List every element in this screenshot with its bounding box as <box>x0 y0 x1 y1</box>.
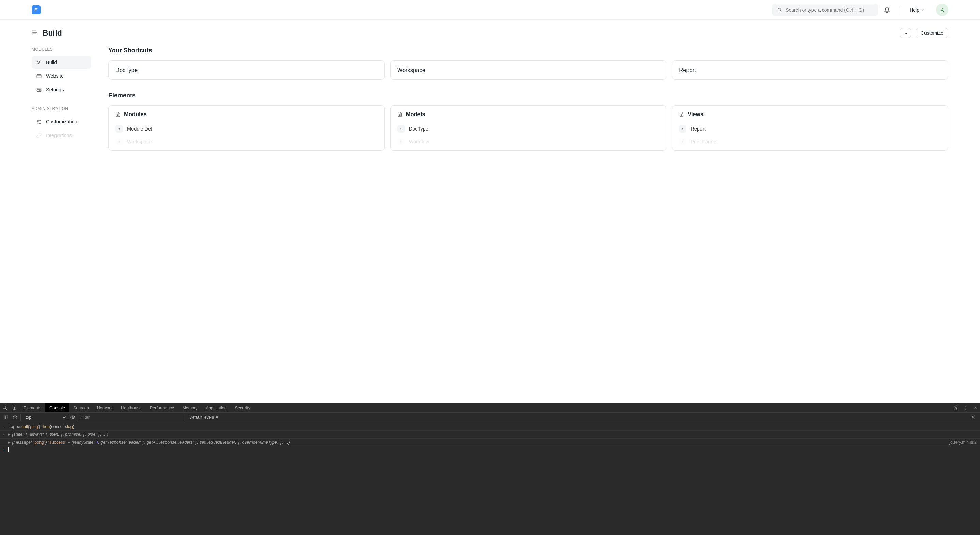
devtools-tab-sources[interactable]: Sources <box>69 403 93 412</box>
live-expression-button[interactable] <box>69 415 76 420</box>
sidebar-section-admin: ADMINISTRATION <box>32 106 91 111</box>
devtools-tab-console[interactable]: Console <box>45 403 69 412</box>
element-item[interactable]: ●Workspace <box>115 135 378 148</box>
svg-point-8 <box>39 123 40 124</box>
svg-point-3 <box>37 88 38 89</box>
prompt-icon: › <box>3 423 8 430</box>
notifications-button[interactable] <box>882 5 892 15</box>
sidebar-item-settings[interactable]: Settings <box>32 83 91 96</box>
card-title: Views <box>687 111 703 118</box>
sidebar: MODULES Build Website Settings <box>32 47 91 403</box>
toggle-icon <box>36 86 42 93</box>
elements-grid: Modules ●Module Def ●Workspace Models ●D… <box>108 105 948 151</box>
expand-arrow-icon[interactable]: ▸ <box>8 439 11 446</box>
svg-point-18 <box>72 417 73 418</box>
console-object[interactable]: {readyState: 4, getResponseHeader: ƒ, ge… <box>72 439 290 446</box>
console-value[interactable]: "success" <box>48 439 67 446</box>
clear-console-button[interactable] <box>11 415 18 420</box>
element-item[interactable]: ●Module Def <box>115 122 378 135</box>
help-dropdown[interactable]: Help <box>907 7 926 13</box>
devtools-tab-lighthouse[interactable]: Lighthouse <box>117 403 146 412</box>
navbar: Search or type a command (Ctrl + G) Help… <box>0 0 980 20</box>
log-levels-dropdown[interactable]: Default levels ▼ <box>187 415 221 420</box>
console-value[interactable]: {message: "pong"} <box>12 439 47 446</box>
sidebar-section-modules: MODULES <box>32 47 91 52</box>
card-header: Views <box>679 111 941 118</box>
console-object[interactable]: {state: ƒ, always: ƒ, then: ƒ, promise: … <box>12 431 108 438</box>
shortcut-doctype[interactable]: DocType <box>108 60 385 80</box>
element-card-modules: Modules ●Module Def ●Workspace <box>108 105 385 151</box>
device-icon <box>12 405 17 410</box>
card-header: Models <box>398 111 660 118</box>
main-content: Your Shortcuts DocType Workspace Report … <box>108 47 948 403</box>
element-item[interactable]: ●Report <box>679 122 941 135</box>
devtools-settings-button[interactable] <box>951 403 961 412</box>
bullet-icon: ● <box>115 125 123 133</box>
card-title: Modules <box>124 111 147 118</box>
element-item[interactable]: ●DocType <box>398 122 660 135</box>
sidebar-item-build[interactable]: Build <box>32 56 91 69</box>
global-search[interactable]: Search or type a command (Ctrl + G) <box>772 4 878 16</box>
sidebar-toggle[interactable] <box>32 29 38 37</box>
shortcuts-title: Your Shortcuts <box>108 47 948 54</box>
shortcut-label: DocType <box>115 67 138 73</box>
sidebar-item-label: Website <box>46 73 64 79</box>
console-filter-input[interactable] <box>78 414 185 421</box>
divider <box>21 414 21 420</box>
tools-icon <box>36 59 42 65</box>
inspect-icon <box>2 405 8 410</box>
chevron-down-icon <box>921 8 924 11</box>
console-code: frappe.call('ping').then(console.log) <box>8 423 74 430</box>
customize-button[interactable]: Customize <box>916 28 948 38</box>
svg-point-12 <box>956 407 957 409</box>
shortcut-report[interactable]: Report <box>672 60 948 80</box>
context-selector[interactable]: top <box>23 414 67 421</box>
devtools-tabbar: Elements Console Sources Network Lightho… <box>0 403 980 413</box>
bullet-icon: ● <box>115 138 123 145</box>
svg-point-13 <box>966 406 966 407</box>
document-icon <box>398 112 402 117</box>
devtools-tab-performance[interactable]: Performance <box>146 403 178 412</box>
ellipsis-icon: ··· <box>904 30 907 36</box>
cursor <box>8 447 8 452</box>
spacer <box>32 97 91 106</box>
sidebar-item-customization[interactable]: Customization <box>32 115 91 128</box>
element-item[interactable]: ●Print Format <box>679 135 941 148</box>
devtools-close-button[interactable] <box>970 403 980 412</box>
devtools-tab-application[interactable]: Application <box>202 403 231 412</box>
element-item[interactable]: ●Workflow <box>398 135 660 148</box>
devtools-tab-network[interactable]: Network <box>93 403 117 412</box>
devtools-menu-button[interactable] <box>961 403 970 412</box>
console-settings-button[interactable] <box>968 415 977 420</box>
sidebar-item-website[interactable]: Website <box>32 70 91 83</box>
page-title: Build <box>43 29 62 38</box>
source-link[interactable]: jquery.min.js:2 <box>949 439 977 446</box>
console-prompt-line[interactable]: › <box>0 446 980 454</box>
svg-point-0 <box>778 8 781 11</box>
bell-icon <box>884 7 890 13</box>
spacer <box>255 403 951 412</box>
devtools-tab-security[interactable]: Security <box>231 403 255 412</box>
element-item-label: Print Format <box>690 139 718 144</box>
close-icon <box>973 406 978 410</box>
inspect-element-button[interactable] <box>0 403 10 412</box>
more-actions-button[interactable]: ··· <box>900 28 911 38</box>
devtools-tab-memory[interactable]: Memory <box>178 403 202 412</box>
shortcut-workspace[interactable]: Workspace <box>390 60 667 80</box>
sliders-icon <box>36 118 42 125</box>
console-input-line: › frappe.call('ping').then(console.log) <box>0 423 980 431</box>
devtools-tab-elements[interactable]: Elements <box>19 403 45 412</box>
shortcut-label: Workspace <box>398 67 425 73</box>
document-icon <box>679 112 684 117</box>
user-avatar[interactable]: A <box>936 4 948 16</box>
console-output[interactable]: › frappe.call('ping').then(console.log) … <box>0 422 980 535</box>
app-logo[interactable] <box>32 5 41 14</box>
svg-point-15 <box>966 409 966 410</box>
sidebar-item-integrations[interactable]: Integrations <box>32 129 91 142</box>
expand-arrow-icon[interactable]: ▸ <box>8 431 11 438</box>
expand-arrow-icon[interactable]: ▸ <box>68 439 70 446</box>
eye-icon <box>70 415 75 420</box>
console-return-line: ‹ ▸ {state: ƒ, always: ƒ, then: ƒ, promi… <box>0 431 980 439</box>
device-toggle-button[interactable] <box>10 403 19 412</box>
console-sidebar-toggle[interactable] <box>3 415 10 420</box>
